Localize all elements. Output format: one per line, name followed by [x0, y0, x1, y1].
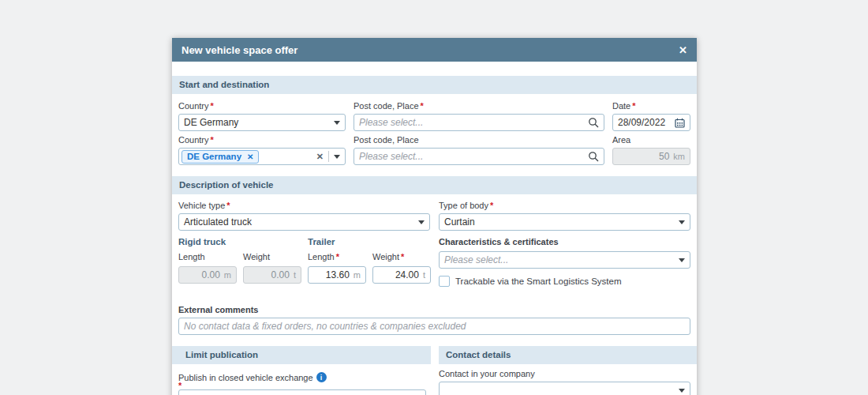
- country-from-value: DE Germany: [184, 117, 329, 128]
- trailer-length-input[interactable]: 13.60m: [308, 266, 366, 284]
- chevron-down-icon[interactable]: [334, 155, 340, 159]
- section-title: Limit publication: [185, 350, 258, 359]
- required-marker: *: [421, 101, 424, 111]
- vehicle-type-label: Vehicle type*: [178, 201, 430, 210]
- publish-label: Publish in closed vehicle exchange i: [178, 372, 431, 382]
- rigid-length-label: Length: [178, 251, 237, 264]
- chevron-down-icon: [679, 258, 685, 262]
- place-from-label: Post code, Place*: [354, 101, 604, 111]
- characteristics-select[interactable]: Please select...: [439, 251, 690, 269]
- chevron-down-icon: [418, 220, 425, 224]
- body-type-label: Type of body*: [439, 201, 690, 210]
- section-start-destination: Start and destination: [172, 76, 697, 94]
- dialog-title: New vehicle space offer: [181, 44, 297, 56]
- search-icon[interactable]: [588, 117, 599, 128]
- external-comments-label: External comments: [178, 305, 690, 314]
- section-description-of-vehicle: Description of vehicle: [172, 176, 697, 194]
- trackable-label: Trackable via the Smart Logistics System: [455, 276, 621, 286]
- calendar-icon[interactable]: [675, 118, 685, 128]
- rigid-weight-input: 0.00t: [243, 266, 301, 284]
- section-contact-details: Contact details: [439, 346, 697, 364]
- body-type-value: Curtain: [444, 216, 674, 228]
- chevron-down-icon: [334, 121, 340, 125]
- required-marker: *: [178, 381, 181, 390]
- area-input: 50 km: [612, 148, 690, 165]
- place-from-search: [354, 114, 604, 131]
- date-value: 28/09/2022: [618, 117, 675, 128]
- section-title: Start and destination: [179, 80, 269, 89]
- place-to-label: Post code, Place: [354, 135, 604, 145]
- vehicle-type-value: Articulated truck: [184, 216, 413, 228]
- country-to-label: Country*: [178, 135, 346, 145]
- divider: [328, 151, 329, 162]
- required-marker: *: [336, 252, 339, 261]
- place-to-input[interactable]: [359, 151, 588, 162]
- external-comments-field: [178, 318, 690, 335]
- country-to-multiselect[interactable]: DE Germany ✕ ✕: [178, 148, 346, 165]
- external-comments-block: External comments: [178, 305, 690, 335]
- chevron-down-icon: [679, 220, 685, 224]
- trackable-checkbox[interactable]: [439, 276, 450, 287]
- rigid-length-input: 0.00m: [178, 266, 237, 284]
- contact-company-select[interactable]: [439, 382, 690, 395]
- search-icon[interactable]: [588, 151, 599, 162]
- dimensions-row: Rigid truck Trailer Length Weight Length…: [178, 237, 690, 287]
- start-row-1: Country* DE Germany Post code, Place*: [178, 101, 690, 131]
- country-chip-label: DE Germany: [187, 152, 241, 161]
- trailer-length-label: Length*: [308, 251, 366, 264]
- vehicle-type-row: Vehicle type* Articulated truck Type of …: [178, 201, 690, 231]
- contact-company-label: Contact in your company: [439, 369, 690, 378]
- trailer-group-title: Trailer: [308, 237, 431, 250]
- vehicle-type-select[interactable]: Articulated truck: [178, 213, 430, 231]
- characteristics-label: Characteristics & certificates: [439, 237, 690, 246]
- trackable-checkbox-item[interactable]: Trackable via the Smart Logistics System: [439, 276, 621, 287]
- area-label: Area: [612, 135, 690, 145]
- dialog-header: New vehicle space offer ✕: [172, 38, 697, 62]
- required-marker: *: [211, 135, 214, 145]
- clear-icon[interactable]: ✕: [316, 152, 324, 162]
- chevron-down-icon: [679, 389, 685, 393]
- date-input[interactable]: 28/09/2022: [612, 114, 690, 131]
- rigid-weight-label: Weight: [243, 251, 301, 264]
- country-from-label: Country*: [178, 101, 346, 111]
- new-vehicle-space-offer-dialog: New vehicle space offer ✕ Start and dest…: [172, 38, 697, 395]
- body-type-select[interactable]: Curtain: [439, 213, 690, 231]
- info-icon[interactable]: i: [316, 372, 327, 382]
- rigid-truck-group-title: Rigid truck: [178, 237, 301, 250]
- required-marker: *: [632, 101, 635, 111]
- area-value: 50: [618, 151, 669, 162]
- chip-remove-icon[interactable]: ✕: [247, 152, 253, 161]
- trailer-weight-input[interactable]: 24.00t: [372, 266, 431, 284]
- section-limit-publication: Limit publication: [172, 346, 431, 364]
- date-label: Date*: [612, 101, 690, 111]
- place-to-search: [354, 148, 604, 165]
- place-from-input[interactable]: [359, 117, 588, 128]
- characteristics-placeholder: Please select...: [444, 254, 674, 265]
- section-title: Contact details: [446, 350, 511, 359]
- country-chip: DE Germany ✕: [181, 150, 259, 164]
- start-row-2: Country* DE Germany ✕ ✕ Post code, Place: [178, 135, 690, 165]
- country-from-select[interactable]: DE Germany: [178, 114, 346, 131]
- publish-select[interactable]: [178, 389, 426, 395]
- trailer-weight-label: Weight*: [372, 251, 431, 264]
- required-marker: *: [490, 201, 493, 210]
- section-title: Description of vehicle: [179, 180, 274, 190]
- external-comments-input[interactable]: [184, 321, 685, 332]
- required-marker: *: [226, 201, 230, 210]
- area-unit: km: [673, 152, 685, 161]
- close-icon[interactable]: ✕: [679, 45, 687, 55]
- required-marker: *: [211, 101, 214, 111]
- required-marker: *: [401, 252, 404, 261]
